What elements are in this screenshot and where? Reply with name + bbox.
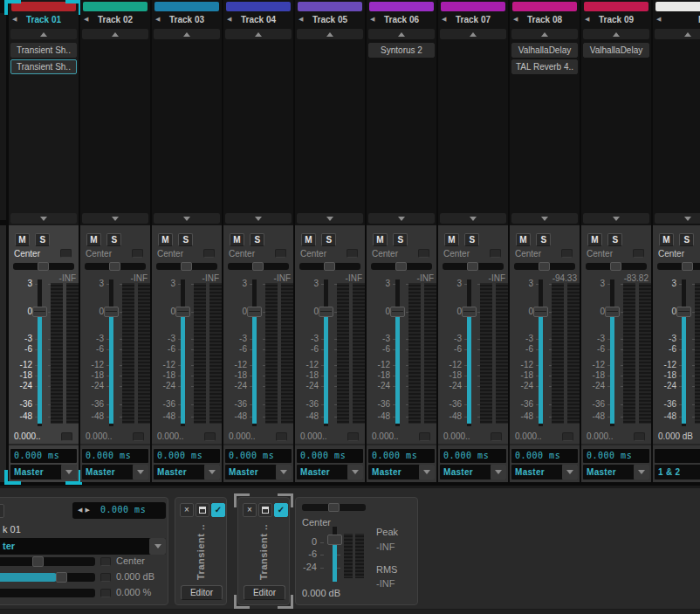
predelay-field[interactable]: 0.000 ms	[583, 449, 649, 463]
mute-button[interactable]: M	[659, 233, 674, 246]
track-header[interactable]: ◀ Track 02	[80, 13, 150, 27]
gain-value[interactable]: 0.000 dB	[658, 431, 693, 441]
track-column[interactable]: ◀ Track 07 M S Center -INF 3 0 -3 -6 -12…	[438, 0, 508, 482]
pan-slider[interactable]	[13, 263, 74, 270]
solo-button[interactable]: S	[178, 233, 193, 246]
pan-slider-handle[interactable]	[252, 262, 264, 271]
track-color-bar[interactable]	[655, 2, 700, 11]
track-header[interactable]: ◀ Track 04	[223, 13, 293, 27]
pan-automation-checkbox[interactable]	[132, 249, 143, 258]
solo-button[interactable]: S	[464, 233, 479, 246]
width-checkbox[interactable]	[100, 589, 111, 597]
predelay-field[interactable]: 0.000 ms	[225, 449, 292, 463]
track-color-bar[interactable]	[226, 2, 291, 11]
pan-automation-checkbox[interactable]	[203, 249, 215, 258]
gain-automation-checkbox[interactable]	[204, 432, 216, 441]
pan-slider-handle[interactable]	[32, 556, 44, 567]
routing-dropdown-button[interactable]	[491, 465, 506, 479]
volume-fader-handle[interactable]	[32, 307, 47, 317]
track-column[interactable]: ◀ Master M S Center -INF 3 0 -3 -6 -12 -…	[653, 0, 700, 482]
device-chain-item[interactable]: ValhallaDelay	[583, 43, 649, 58]
device-scroll-up[interactable]	[154, 29, 220, 39]
routing-dropdown-button[interactable]	[133, 465, 148, 479]
solo-button[interactable]: S	[679, 233, 694, 246]
gain-automation-checkbox[interactable]	[419, 432, 430, 441]
track-header[interactable]: ◀ Track 07	[438, 13, 508, 27]
device-scroll-down[interactable]	[511, 213, 578, 224]
volume-fader-handle[interactable]	[319, 307, 333, 317]
device-chain-item[interactable]: Transient Sh..	[10, 59, 77, 74]
pan-slider-handle[interactable]	[610, 262, 621, 271]
device-scroll-down[interactable]	[655, 213, 700, 224]
pan-slider-handle[interactable]	[181, 262, 192, 271]
track-header[interactable]: ◀ Track 08	[510, 13, 580, 27]
pan-slider-handle[interactable]	[539, 262, 550, 271]
pan-value[interactable]: Center	[86, 249, 112, 259]
device-scroll-down[interactable]	[297, 213, 363, 224]
track-collapse-arrow-icon[interactable]: ◀	[155, 16, 160, 23]
track-header[interactable]: ◀ Track 05	[295, 13, 365, 27]
track-collapse-arrow-icon[interactable]: ◀	[299, 16, 303, 23]
pan-automation-checkbox[interactable]	[418, 249, 429, 258]
pan-slider-handle[interactable]	[324, 262, 335, 271]
routing-dropdown-button[interactable]	[347, 465, 363, 479]
gain-automation-checkbox[interactable]	[347, 432, 359, 441]
routing-dropdown[interactable]: Master	[82, 465, 148, 479]
volume-fader-handle[interactable]	[605, 307, 620, 317]
track-header[interactable]: ◀ Track 01	[9, 13, 79, 27]
track-column[interactable]: ◀ Track 05 M S Center -INF 3 0 -3 -6 -12…	[295, 0, 365, 482]
pan-value[interactable]: Center	[587, 249, 613, 259]
mute-button[interactable]: M	[86, 233, 101, 246]
gain-value[interactable]: 0.000..	[229, 431, 256, 441]
pan-slider-handle[interactable]	[395, 262, 407, 271]
routing-dropdown[interactable]: Master	[368, 465, 435, 479]
solo-button[interactable]: S	[250, 233, 264, 246]
track-color-bar[interactable]	[154, 2, 219, 11]
device-scroll-up[interactable]	[82, 29, 148, 39]
gain-automation-checkbox[interactable]	[133, 432, 144, 441]
device-panel[interactable]: × ✓ Transient .. Editor	[175, 497, 227, 605]
track-column[interactable]: ◀ Track 06 Syntorus 2 M S Center -INF 3 …	[367, 0, 436, 482]
track-column[interactable]: ◀ Track 03 M S Center -INF 3 0 -3 -6 -12…	[152, 0, 222, 482]
track-color-bar[interactable]	[83, 2, 148, 11]
track-collapse-arrow-icon[interactable]: ◀	[84, 16, 88, 23]
volume-fader-handle[interactable]	[175, 307, 190, 317]
device-scroll-up[interactable]	[10, 29, 77, 39]
minimize-device-button[interactable]	[196, 503, 209, 517]
volume-checkbox[interactable]	[100, 573, 111, 582]
device-chain-item[interactable]: TAL Reverb 4..	[511, 59, 578, 74]
predelay-field[interactable]: 0.000 ms	[297, 449, 363, 463]
gain-value[interactable]: 0.000..	[372, 431, 399, 441]
track-column[interactable]: ◀ Track 04 M S Center -INF 3 0 -3 -6 -12…	[223, 0, 293, 482]
pan-value[interactable]: Center	[14, 249, 40, 259]
pan-automation-checkbox[interactable]	[490, 249, 501, 258]
device-scroll-down[interactable]	[82, 213, 148, 224]
track-color-bar[interactable]	[298, 2, 362, 11]
predelay-field[interactable]: 0.000 ms	[82, 449, 148, 463]
solo-button[interactable]: S	[536, 233, 551, 246]
pan-slider[interactable]	[299, 263, 360, 270]
gain-value[interactable]: 0.000..	[515, 431, 542, 441]
track-collapse-arrow-icon[interactable]: ◀	[442, 16, 446, 23]
mute-button[interactable]: M	[15, 233, 30, 246]
device-scroll-up[interactable]	[511, 29, 578, 39]
pan-slider[interactable]	[586, 263, 647, 270]
device-enabled-checkbox[interactable]: ✓	[274, 503, 288, 517]
spinner-arrows-icon[interactable]: ◀▶	[78, 507, 93, 514]
predelay-field[interactable]: 0.000 ms	[154, 449, 220, 463]
mute-button[interactable]: M	[373, 233, 388, 246]
mute-button[interactable]: M	[230, 233, 244, 246]
track-header[interactable]: ◀ Track 09	[581, 13, 651, 27]
pan-slider-handle[interactable]	[328, 503, 340, 512]
routing-dropdown-button[interactable]	[149, 538, 166, 555]
gain-value[interactable]: 0.000 dB	[302, 588, 340, 598]
gain-automation-checkbox[interactable]	[562, 432, 573, 441]
pan-slider[interactable]	[302, 504, 366, 511]
pan-slider-handle[interactable]	[38, 262, 49, 271]
pan-value[interactable]: Center	[229, 249, 255, 259]
gain-value[interactable]: 0.000..	[86, 431, 113, 441]
device-scroll-up[interactable]	[297, 29, 363, 39]
pan-value[interactable]: Center	[443, 249, 470, 259]
routing-dropdown-button[interactable]	[562, 465, 578, 479]
track-collapse-arrow-icon[interactable]: ◀	[370, 16, 374, 23]
